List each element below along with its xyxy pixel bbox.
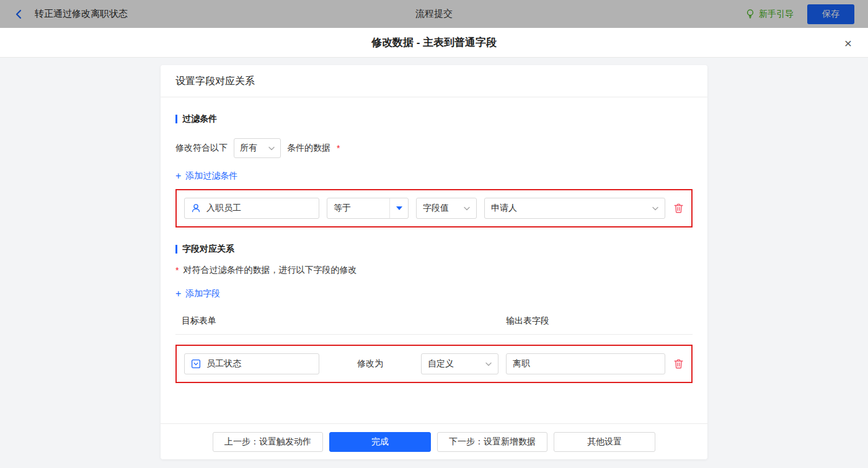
section-accent-bar bbox=[175, 115, 177, 123]
filter-value: 申请人 bbox=[491, 203, 517, 214]
delete-mapping-row-button[interactable] bbox=[673, 358, 684, 369]
operator-select[interactable]: 等于 bbox=[327, 198, 409, 219]
plus-icon: + bbox=[175, 171, 181, 181]
select-field-icon bbox=[191, 359, 201, 369]
output-value-input[interactable]: 离职 bbox=[506, 353, 665, 374]
beginner-guide-link[interactable]: 新手引导 bbox=[745, 9, 794, 20]
operator-caret-button[interactable] bbox=[389, 198, 408, 218]
modal-content: 设置字段对应关系 过滤条件 修改符合以下 所有 条件的数据 * + bbox=[0, 58, 868, 468]
required-asterisk: * bbox=[175, 265, 179, 275]
output-field-column-header: 输出表字段 bbox=[506, 316, 549, 327]
value-mode-select[interactable]: 自定义 bbox=[421, 353, 498, 374]
next-step-button[interactable]: 下一步：设置新增数据 bbox=[437, 432, 547, 452]
topbar-center-title: 流程提交 bbox=[0, 8, 868, 20]
mapping-description-line: * 对符合过滤条件的数据，进行以下字段的修改 bbox=[175, 265, 693, 276]
required-asterisk: * bbox=[337, 143, 340, 153]
card-body: 过滤条件 修改符合以下 所有 条件的数据 * + 添加过滤条件 bbox=[161, 97, 707, 423]
modal-title: 修改数据 - 主表到普通字段 bbox=[371, 35, 497, 50]
add-filter-condition-link[interactable]: + 添加过滤条件 bbox=[175, 170, 237, 182]
filter-section-title: 过滤条件 bbox=[175, 113, 693, 125]
match-mode-value: 所有 bbox=[240, 143, 257, 154]
prev-step-button[interactable]: 上一步：设置触发动作 bbox=[213, 432, 323, 452]
target-field-value: 员工状态 bbox=[206, 358, 241, 369]
target-form-column-header: 目标表单 bbox=[182, 316, 216, 327]
lightbulb-icon bbox=[745, 9, 755, 19]
user-icon bbox=[191, 203, 201, 213]
chevron-down-icon bbox=[464, 206, 470, 211]
field-mapping-row: 员工状态 修改为 自定义 离职 bbox=[175, 345, 693, 383]
topbar-right-group: 新手引导 保存 bbox=[745, 4, 854, 24]
filter-field-value: 入职员工 bbox=[206, 203, 241, 214]
trash-icon bbox=[673, 358, 684, 369]
caret-down-icon bbox=[396, 206, 402, 210]
filter-section-title-text: 过滤条件 bbox=[182, 113, 217, 125]
value-type-value: 字段值 bbox=[423, 203, 449, 214]
mapping-settings-card: 设置字段对应关系 过滤条件 修改符合以下 所有 条件的数据 * + bbox=[161, 65, 707, 459]
value-mode-value: 自定义 bbox=[428, 358, 454, 369]
beginner-guide-label: 新手引导 bbox=[759, 9, 794, 20]
match-prefix-text: 修改符合以下 bbox=[175, 143, 228, 154]
chevron-down-icon bbox=[485, 362, 492, 366]
mapping-section-title: 字段对应关系 bbox=[175, 244, 693, 255]
filter-condition-row: 入职员工 等于 字段值 申请人 bbox=[175, 189, 693, 227]
save-button[interactable]: 保存 bbox=[807, 4, 854, 24]
delete-filter-row-button[interactable] bbox=[673, 203, 684, 214]
chevron-down-icon bbox=[652, 206, 658, 211]
top-bar: 转正通过修改离职状态 流程提交 新手引导 保存 bbox=[0, 0, 868, 28]
output-value: 离职 bbox=[513, 358, 530, 369]
other-settings-button[interactable]: 其他设置 bbox=[554, 432, 655, 452]
target-field-input[interactable]: 员工状态 bbox=[184, 353, 319, 374]
plus-icon: + bbox=[175, 289, 181, 299]
card-header-title: 设置字段对应关系 bbox=[161, 65, 707, 97]
done-button[interactable]: 完成 bbox=[329, 432, 431, 452]
filter-match-line: 修改符合以下 所有 条件的数据 * bbox=[175, 138, 693, 158]
add-field-link[interactable]: + 添加字段 bbox=[175, 288, 220, 299]
card-footer: 上一步：设置触发动作 完成 下一步：设置新增数据 其他设置 bbox=[161, 423, 707, 459]
filter-value-select[interactable]: 申请人 bbox=[484, 198, 665, 219]
section-accent-bar bbox=[175, 245, 177, 254]
match-mode-select[interactable]: 所有 bbox=[234, 138, 281, 158]
mapping-section-title-text: 字段对应关系 bbox=[182, 244, 234, 255]
add-field-label: 添加字段 bbox=[185, 288, 220, 299]
column-divider bbox=[175, 334, 693, 335]
mapping-description-text: 对符合过滤条件的数据，进行以下字段的修改 bbox=[183, 265, 356, 276]
chevron-down-icon bbox=[268, 146, 275, 151]
match-suffix-text: 条件的数据 bbox=[287, 143, 330, 154]
filter-field-input[interactable]: 入职员工 bbox=[184, 198, 319, 219]
mapping-column-headers: 目标表单 输出表字段 bbox=[175, 316, 693, 328]
add-filter-condition-label: 添加过滤条件 bbox=[185, 170, 237, 182]
modify-to-label: 修改为 bbox=[327, 358, 414, 369]
value-type-select[interactable]: 字段值 bbox=[416, 198, 477, 219]
close-icon[interactable]: × bbox=[844, 36, 852, 49]
operator-value: 等于 bbox=[327, 203, 389, 214]
trash-icon bbox=[673, 203, 684, 214]
modal-header: 修改数据 - 主表到普通字段 × bbox=[0, 28, 868, 58]
